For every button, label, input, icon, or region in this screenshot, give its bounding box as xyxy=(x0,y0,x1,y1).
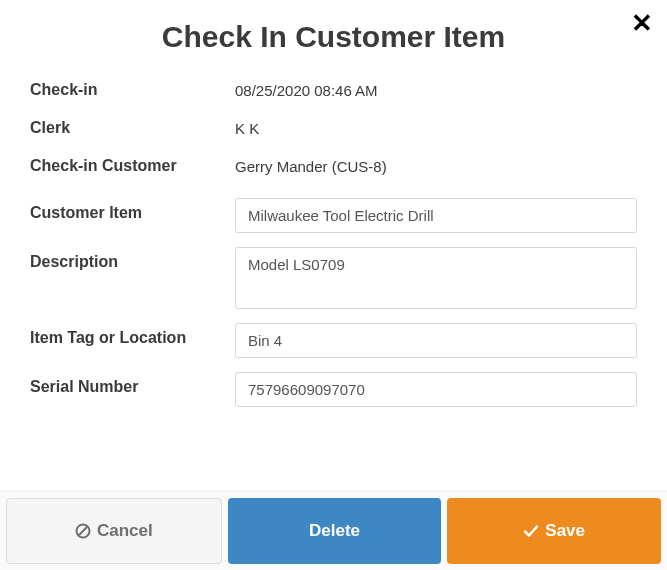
input-serial-number[interactable] xyxy=(235,372,637,407)
svg-line-1 xyxy=(79,527,87,535)
value-checkin: 08/25/2020 08:46 AM xyxy=(235,82,378,99)
close-icon: ✕ xyxy=(631,10,653,36)
value-customer: Gerry Mander (CUS-8) xyxy=(235,158,387,175)
modal-title: Check In Customer Item xyxy=(20,20,647,54)
checkin-modal: Check In Customer Item ✕ Check-in 08/25/… xyxy=(0,0,667,570)
cancel-button[interactable]: Cancel xyxy=(6,498,222,564)
modal-header: Check In Customer Item ✕ xyxy=(0,0,667,76)
delete-label: Delete xyxy=(309,521,360,541)
input-tag-location[interactable] xyxy=(235,323,637,358)
modal-body: Check-in 08/25/2020 08:46 AM Clerk K K C… xyxy=(0,76,667,491)
label-clerk: Clerk xyxy=(30,119,235,137)
row-description: Description Model LS0709 xyxy=(30,247,637,309)
row-checkin: Check-in 08/25/2020 08:46 AM xyxy=(30,76,637,104)
modal-footer: Cancel Delete Save xyxy=(0,491,667,570)
input-customer-item[interactable] xyxy=(235,198,637,233)
row-customer: Check-in Customer Gerry Mander (CUS-8) xyxy=(30,152,637,180)
label-customer: Check-in Customer xyxy=(30,157,235,175)
input-description[interactable]: Model LS0709 xyxy=(235,247,637,309)
cancel-icon xyxy=(75,523,91,539)
row-clerk: Clerk K K xyxy=(30,114,637,142)
save-button[interactable]: Save xyxy=(447,498,661,564)
label-description: Description xyxy=(30,247,235,271)
save-label: Save xyxy=(545,521,585,541)
row-item: Customer Item xyxy=(30,198,637,233)
label-tag: Item Tag or Location xyxy=(30,323,235,347)
row-serial: Serial Number xyxy=(30,372,637,407)
check-icon xyxy=(523,523,539,539)
value-clerk: K K xyxy=(235,120,259,137)
cancel-label: Cancel xyxy=(97,521,153,541)
close-button[interactable]: ✕ xyxy=(631,10,653,36)
label-serial: Serial Number xyxy=(30,372,235,396)
delete-button[interactable]: Delete xyxy=(228,498,442,564)
label-checkin: Check-in xyxy=(30,81,235,99)
label-item: Customer Item xyxy=(30,198,235,222)
row-tag: Item Tag or Location xyxy=(30,323,637,358)
